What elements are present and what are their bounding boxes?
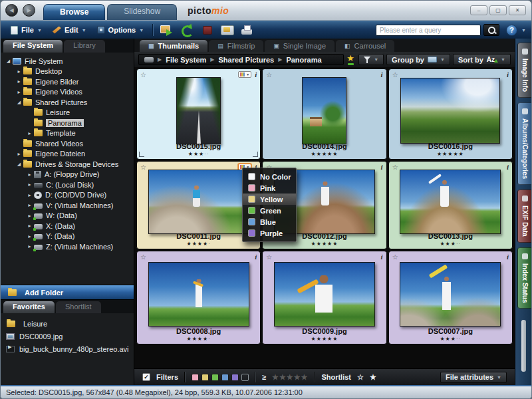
panel-tab-exif-data[interactable]: EXIF Data	[517, 190, 531, 243]
view-tab-thumbnails[interactable]: ▦Thumbnails	[140, 40, 207, 52]
tree-item[interactable]: ◢Shared Pictures	[2, 97, 134, 108]
thumbnail-card[interactable]: ☆iDSC0007.jpg★★★··	[388, 251, 513, 344]
sidebar-tab-file-system[interactable]: File System	[3, 40, 63, 53]
tree-item[interactable]: ▸W: (Data)	[2, 211, 134, 221]
file-attributes-button[interactable]: File attributes ▼	[440, 372, 507, 383]
thumbnail-card[interactable]: ☆▼iDSC0015.jpg★★★··	[136, 68, 261, 160]
tree-item[interactable]: ▸Template	[2, 128, 134, 139]
thumbnail-card[interactable]: ☆iDSC0016.jpg★★★★★	[388, 68, 513, 160]
view-tab-carrousel[interactable]: ◧Carrousel	[336, 40, 394, 52]
maximize-button[interactable]: ▢	[489, 5, 507, 15]
thumbnail-card[interactable]: ☆iDSC0013.jpg★★★··	[388, 161, 513, 249]
tree-item[interactable]: Panorama	[2, 118, 134, 128]
thumbnail-rating[interactable]: ★★★··	[392, 241, 509, 247]
info-icon[interactable]: i	[381, 70, 383, 78]
thumbnail-rating[interactable]: ★★★★★	[392, 151, 509, 158]
tree-item[interactable]: ◢File System	[2, 56, 134, 66]
thumbnail-rating[interactable]: ★★★★·	[140, 241, 257, 247]
favorites-item[interactable]: Leisure	[6, 317, 134, 330]
help-icon[interactable]: ?	[506, 25, 517, 36]
search-icon[interactable]	[483, 24, 499, 36]
panel-tab-image-info[interactable]: Image Info	[517, 43, 531, 98]
thumbnail-rating[interactable]: ★★★★·	[140, 336, 257, 342]
add-folder-button[interactable]: Add Folder	[1, 285, 134, 300]
expanded-arrow-icon[interactable]: ◢	[15, 100, 23, 105]
color-filter-swatch[interactable]	[201, 374, 209, 381]
thumbnail-card[interactable]: ☆iDSC0009.jpg★★★★★	[262, 251, 386, 344]
rating-filter-stars[interactable]: ★★★★★	[272, 373, 308, 382]
file-menu-button[interactable]: File▼	[6, 24, 47, 37]
tree-item[interactable]: ▸Desktop	[2, 66, 134, 77]
tree-item[interactable]: Leisure	[2, 108, 134, 118]
favorite-star-icon[interactable]: ☆	[266, 253, 272, 261]
favorite-star-icon[interactable]: ☆	[140, 71, 146, 78]
view-tab-single-image[interactable]: ▣Single Image	[265, 40, 334, 52]
favorite-star-icon[interactable]: ☆	[392, 253, 398, 261]
collapsed-arrow-icon[interactable]: ▸	[26, 233, 33, 239]
print-icon[interactable]	[239, 24, 255, 37]
search-input[interactable]	[376, 25, 481, 36]
collapsed-arrow-icon[interactable]: ▸	[26, 192, 33, 198]
info-icon[interactable]: i	[507, 70, 509, 78]
sidebar-tab-library[interactable]: Library	[64, 40, 105, 53]
color-menu-item-yellow[interactable]: Yellow	[243, 194, 296, 205]
collapsed-arrow-icon[interactable]: ▸	[26, 202, 33, 208]
tree-item[interactable]: ▸Eigene Dateien	[2, 149, 134, 160]
color-filter-swatch[interactable]	[211, 374, 219, 381]
color-menu-item-pink[interactable]: Pink	[243, 182, 296, 194]
info-icon[interactable]: i	[381, 253, 383, 261]
thumbnail-rating[interactable]: ★★★··	[392, 336, 509, 342]
tree-item[interactable]: Shared Videos	[2, 138, 134, 149]
collapsed-arrow-icon[interactable]: ▸	[26, 130, 33, 136]
color-filter-swatch[interactable]	[231, 374, 239, 381]
tree-item[interactable]: ▸C: (Local Disk)	[2, 180, 134, 190]
color-menu-item-no-color[interactable]: No Color	[243, 171, 296, 182]
tree-item[interactable]: ▸Eigene Bilder	[2, 76, 134, 87]
filters-checkbox[interactable]: ✓	[142, 373, 150, 381]
info-icon[interactable]: i	[255, 253, 257, 261]
right-scrollbar[interactable]	[521, 320, 526, 372]
panel-tab-albums-categories[interactable]: Albums/Categories	[517, 102, 531, 185]
info-icon[interactable]: i	[507, 253, 509, 261]
tag-badge-icon[interactable]	[346, 55, 356, 65]
color-filter-swatch[interactable]	[241, 374, 249, 381]
minimize-button[interactable]: –	[470, 5, 487, 15]
collapsed-arrow-icon[interactable]: ▸	[26, 172, 33, 178]
favorites-item[interactable]: DSC0009.jpg	[6, 330, 134, 342]
favorite-star-icon[interactable]: ☆	[140, 164, 146, 171]
expanded-arrow-icon[interactable]: ◢	[15, 162, 23, 167]
camera-icon[interactable]	[219, 24, 235, 37]
breadcrumb-item[interactable]: Panorama	[286, 56, 321, 64]
export-icon[interactable]	[160, 24, 176, 37]
favorite-star-icon[interactable]: ☆	[392, 164, 398, 171]
thumbnail-rating[interactable]: ★★★★★	[266, 151, 382, 158]
tree-item[interactable]: ▸Z: (Virtual Machines)	[2, 241, 134, 252]
panel-tab-index-status[interactable]: Index Status	[517, 247, 531, 309]
collapsed-arrow-icon[interactable]: ▸	[26, 182, 33, 188]
back-button[interactable]: ◀	[5, 4, 18, 17]
breadcrumb-item[interactable]: Shared Pictures	[218, 56, 274, 64]
shortlist-outline-star-icon[interactable]: ☆	[357, 373, 364, 382]
view-tab-filmstrip[interactable]: ▤Filmstrip	[209, 40, 263, 52]
favorites-tab-shortlist[interactable]: Shortlist	[56, 301, 101, 313]
expanded-arrow-icon[interactable]: ◢	[5, 59, 12, 64]
collapsed-arrow-icon[interactable]: ▸	[15, 151, 23, 157]
thumbnail-rating[interactable]: ★★★··	[140, 151, 257, 158]
tree-item[interactable]: ▸Eigene Videos	[2, 87, 134, 98]
collapsed-arrow-icon[interactable]: ▸	[15, 68, 23, 74]
info-icon[interactable]: i	[381, 163, 383, 171]
thumbnail-card[interactable]: ☆iDSC0014.jpg★★★★★	[262, 68, 386, 160]
collapsed-arrow-icon[interactable]: ▸	[15, 89, 23, 95]
tree-item[interactable]: ▸V: (Virtual Machines)	[2, 200, 134, 211]
close-button[interactable]: ✕	[509, 5, 526, 15]
collapsed-arrow-icon[interactable]: ▸	[26, 213, 33, 219]
edit-menu-button[interactable]: Edit▼	[48, 24, 91, 37]
color-menu-item-green[interactable]: Green	[243, 205, 296, 216]
refresh-icon[interactable]	[180, 24, 196, 37]
forward-button[interactable]: ▶	[23, 4, 35, 17]
window-tab-browse[interactable]: Browse	[43, 4, 105, 20]
sort-by-button[interactable]: Sort by Az ▼	[453, 54, 511, 65]
tree-item[interactable]: ▸Y: (Data)	[2, 231, 134, 242]
collapsed-arrow-icon[interactable]: ▸	[15, 78, 23, 84]
group-by-button[interactable]: Group by ▼	[386, 54, 450, 65]
